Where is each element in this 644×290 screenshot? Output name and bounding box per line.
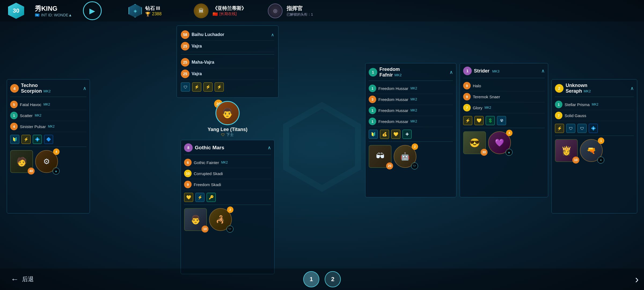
- strider-w1-badge: 9: [463, 82, 471, 89]
- strider-ability-bar: ⚡ 💛 💲 ☢: [463, 116, 545, 125]
- weapon-rank-emblem: ◈: [53, 168, 60, 175]
- gothic-ability-3: 🔑: [207, 193, 216, 202]
- title-section: 🏛 《亚特兰蒂斯》 🇨🇳 [长期在线]: [194, 3, 246, 18]
- play-button[interactable]: ▶: [83, 1, 102, 20]
- top-robot-2: 25 Vajra: [181, 41, 274, 52]
- seraph-title-group: 2 Unknown Seraph MK2: [555, 83, 591, 94]
- strider-pilot-row: 😎 30 💜 4 ◈: [463, 131, 545, 154]
- title-info: 《亚特兰蒂斯》 🇨🇳 [长期在线]: [213, 5, 246, 17]
- fafnir-w3-badge: 1: [369, 107, 376, 114]
- weapon-badge-2: 1: [10, 112, 18, 119]
- seraph-column: 2 Unknown Seraph MK2 ∧ 1 Stellar Prisma …: [551, 79, 637, 213]
- fafnir-w1-name: Freedom Hussar: [378, 86, 408, 91]
- gothic-pilot-slot: 👨 10: [184, 208, 207, 231]
- gothic-divider-2: [184, 205, 271, 205]
- card-header: 4 Techno Scorpion MK2 ∧: [10, 83, 86, 94]
- gothic-divider: [184, 155, 271, 155]
- top-robot-arrow-1[interactable]: ∧: [271, 32, 274, 37]
- strider-ability-2: 💛: [474, 116, 484, 125]
- title-icon: 🏛: [194, 3, 208, 18]
- trophy-icon: 🏆: [145, 12, 151, 17]
- top-robot-badge-1: 58: [181, 30, 189, 39]
- top-robot-name-2: Vajra: [192, 44, 202, 49]
- fafnir-ability-bar: 🔰 💰 💛 ✚: [369, 130, 453, 139]
- seraph-divider-2: [555, 136, 634, 136]
- strider-collapse-arrow[interactable]: ∧: [541, 68, 545, 74]
- fafnir-pilot-level: 20: [386, 162, 393, 169]
- fafnir-w3-name: Freedom Hussar: [378, 108, 408, 113]
- back-button[interactable]: ← 后退: [11, 275, 34, 284]
- top-ability-4: ⚡: [215, 82, 224, 92]
- seraph-collapse-arrow[interactable]: ∧: [630, 85, 634, 91]
- weapon-name-1: Fatal Havoc: [20, 102, 41, 107]
- strider-w2-badge: 9: [463, 93, 471, 100]
- seraph-w1-mk: MK2: [592, 103, 598, 106]
- gothic-w3-badge: 9: [184, 181, 192, 188]
- fafnir-mk: MK2: [394, 73, 402, 77]
- collapse-arrow[interactable]: ∧: [83, 85, 86, 91]
- fafnir-ability-2: 💰: [380, 130, 389, 139]
- card-header-gothic: 8 Gothic Mars ∧: [184, 143, 271, 152]
- gothic-level-badge: 8: [184, 143, 193, 152]
- seraph-w1-badge: 1: [555, 101, 562, 108]
- gothic-w1-name: Gothic Fainter: [194, 160, 219, 165]
- fafnir-w4-name: Freedom Hussar: [378, 119, 408, 124]
- back-arrow-icon: ←: [11, 275, 19, 284]
- seraph-weapon-level: 1: [598, 137, 604, 144]
- seraph-w2-badge: 7: [555, 112, 562, 119]
- fafnir-weapon-2: 3 Freedom Hussar MK2: [369, 94, 453, 105]
- fafnir-weapon-3: 1 Freedom Hussar MK2: [369, 105, 453, 116]
- gothic-ability-2: ⚡: [195, 193, 204, 202]
- pilot-level: 40: [28, 168, 35, 175]
- top-ability-2: ⚡: [192, 82, 201, 92]
- gothic-weapon-3: 9 Freedom Skadi: [184, 179, 271, 190]
- ability-bar: 🔰 ⚡ 💠 🔷: [10, 135, 86, 144]
- page-2-button[interactable]: 2: [325, 271, 341, 287]
- fafnir-w2-name: Freedom Hussar: [378, 97, 408, 102]
- top-robot-badge-4: 25: [181, 70, 189, 78]
- fafnir-title-group: 1 Freedom Fafnir MK2: [369, 67, 402, 78]
- title-group-gothic: 8 Gothic Mars: [184, 143, 224, 152]
- gothic-ability-1: 💛: [184, 193, 193, 202]
- fafnir-ability-3: 💛: [391, 130, 400, 139]
- gothic-w1-badge: 6: [184, 159, 192, 166]
- top-robot-name-3: Maha-Vajra: [192, 60, 214, 65]
- seraph-mk: MK2: [584, 89, 591, 93]
- top-robot-badge-3: 25: [181, 58, 189, 67]
- strider-divider-2: [463, 128, 545, 128]
- strider-name-group: Strider MK3: [474, 68, 499, 74]
- fafnir-w2-badge: 3: [369, 96, 376, 103]
- weapon-name-3: Sinister Pulsar: [20, 124, 46, 129]
- ability-3: 💠: [33, 135, 42, 144]
- strider-ability-1: ⚡: [463, 116, 472, 125]
- strider-w3-badge: 7: [463, 104, 471, 111]
- player-name: 秀KING: [35, 4, 72, 13]
- player-id-text: INT ID: WONDE▲: [41, 13, 72, 17]
- strider-weapon-1: 9 Halo: [463, 80, 545, 91]
- seraph-ability-3: 🛡: [577, 124, 587, 133]
- rank-name: 钻石 III: [145, 5, 162, 12]
- strider-w3-name: Glory: [473, 106, 482, 110]
- commander-info: 指挥官 已解锁的头衔：1: [287, 5, 313, 17]
- weapon-mk-1: MK2: [43, 103, 50, 106]
- seraph-ability-2: 🛡: [566, 124, 575, 133]
- trophy-count: 2388: [152, 12, 162, 16]
- fafnir-weapon-4: 1 Freedom Hussar MK2: [369, 116, 453, 127]
- gothic-w2-badge: 10: [184, 170, 192, 177]
- seraph-weapon-slot: 🔫 1 ✕: [580, 139, 603, 162]
- seraph-header: 2 Unknown Seraph MK2 ∧: [555, 83, 634, 94]
- page-1-button[interactable]: 1: [303, 271, 319, 287]
- weapon-name-2: Scatter: [20, 113, 33, 118]
- yang-avatar: 👨: [215, 101, 240, 125]
- strider-weapon-level: 4: [506, 130, 513, 136]
- player-level-badge: 30: [8, 3, 24, 19]
- fafnir-weapon-1: 1 Freedom Hussar MK2: [369, 83, 453, 94]
- gothic-weapon-2: 10 Corrupted Skadi: [184, 168, 271, 179]
- strider-ability-4: ☢: [497, 116, 506, 125]
- title-status: [长期在线]: [219, 12, 237, 16]
- fafnir-collapse-arrow[interactable]: ∧: [449, 69, 453, 75]
- player-id: 🇺🇳 INT ID: WONDE▲: [35, 13, 72, 17]
- gothic-collapse-arrow[interactable]: ∧: [268, 145, 271, 151]
- next-page-arrow[interactable]: ›: [635, 273, 639, 285]
- commander-icon: ◎: [268, 3, 283, 18]
